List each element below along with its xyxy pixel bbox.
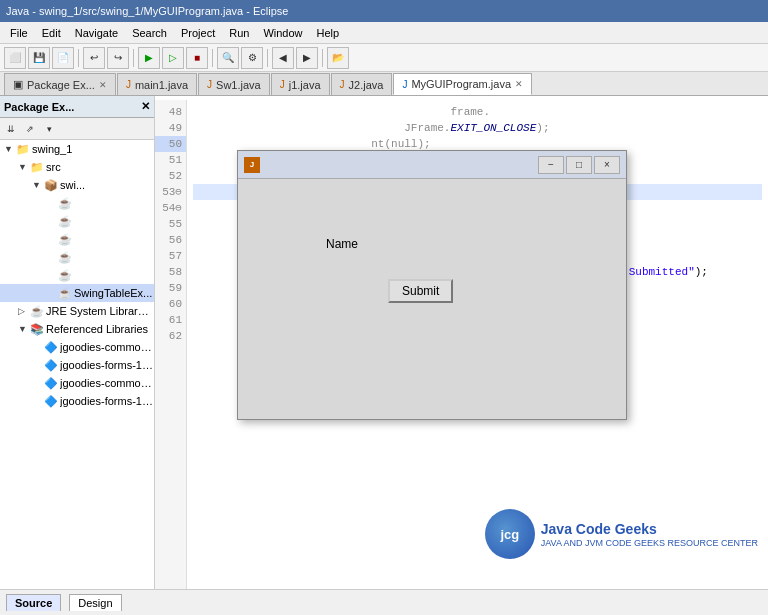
line-num-54: 54⊖ bbox=[155, 200, 186, 216]
sidebar-collapse-btn[interactable]: ⇊ bbox=[2, 120, 20, 138]
line-num-53: 53⊖ bbox=[155, 184, 186, 200]
menu-navigate[interactable]: Navigate bbox=[69, 25, 124, 41]
tree-area: ▼ 📁 swing_1 ▼ 📁 src ▼ 📦 swi... bbox=[0, 140, 154, 589]
project-icon: 📁 bbox=[16, 143, 30, 156]
tree-item-pkg[interactable]: ▼ 📦 swi... bbox=[0, 176, 154, 194]
menu-window[interactable]: Window bbox=[257, 25, 308, 41]
jar-icon: 🔷 bbox=[44, 341, 58, 354]
tree-item-swing1[interactable]: ▼ 📁 swing_1 bbox=[0, 140, 154, 158]
sidebar-link-btn[interactable]: ⇗ bbox=[21, 120, 39, 138]
menu-file[interactable]: File bbox=[4, 25, 34, 41]
tab-mygui-java[interactable]: J MyGUIProgram.java ✕ bbox=[393, 73, 532, 95]
tab-main-java[interactable]: J main1.java bbox=[117, 73, 197, 95]
editor-area: J − □ × Name Submit 48 49 bbox=[155, 96, 768, 589]
tab-sw-java[interactable]: J Sw1.java bbox=[198, 73, 270, 95]
tree-arrow: ▼ bbox=[4, 144, 14, 154]
line-num-60: 60 bbox=[155, 296, 186, 312]
tree-item-f3[interactable]: ☕ bbox=[0, 230, 154, 248]
swing-maximize-btn[interactable]: □ bbox=[566, 156, 592, 174]
tab-sw-icon: J bbox=[207, 79, 212, 90]
tab-j2-icon: J bbox=[340, 79, 345, 90]
tree-item-jar4[interactable]: 🔷 jgoodies-forms-1.8.0... bbox=[0, 392, 154, 410]
menu-search[interactable]: Search bbox=[126, 25, 173, 41]
main-layout: Package Ex... ✕ ⇊ ⇗ ▾ ▼ 📁 swing_1 ▼ 📁 sr… bbox=[0, 96, 768, 589]
lib-icon: 📚 bbox=[30, 323, 44, 336]
tab-j1-java[interactable]: J j1.java bbox=[271, 73, 330, 95]
sidebar-menu-btn[interactable]: ▾ bbox=[40, 120, 58, 138]
toolbar-ref-btn[interactable]: ⚙ bbox=[241, 47, 263, 69]
tree-item-f2[interactable]: ☕ bbox=[0, 212, 154, 230]
toolbar-debug-btn[interactable]: ▷ bbox=[162, 47, 184, 69]
tree-label: swing_1 bbox=[32, 143, 72, 155]
tree-item-f1[interactable]: ☕ bbox=[0, 194, 154, 212]
jcg-subtitle: JAVA AND JVM CODE GEEKS RESOURCE CENTER bbox=[541, 538, 758, 548]
code-line-pre1: frame. bbox=[193, 104, 762, 120]
line-num-59: 59 bbox=[155, 280, 186, 296]
toolbar-search-btn[interactable]: 🔍 bbox=[217, 47, 239, 69]
menu-edit[interactable]: Edit bbox=[36, 25, 67, 41]
toolbar-stop-btn[interactable]: ■ bbox=[186, 47, 208, 69]
tree-arrow: ▼ bbox=[18, 324, 28, 334]
tree-item-jar3[interactable]: 🔷 jgoodies-common-1... bbox=[0, 374, 154, 392]
line-num-61: 61 bbox=[155, 312, 186, 328]
tree-arrow: ▷ bbox=[18, 306, 28, 316]
toolbar-undo-btn[interactable]: ↩ bbox=[83, 47, 105, 69]
toolbar-sep4 bbox=[267, 49, 268, 67]
bottom-bar: Source Design bbox=[0, 589, 768, 615]
tab-design[interactable]: Design bbox=[69, 594, 121, 611]
jcg-circle-text: jcg bbox=[500, 527, 519, 542]
tree-item-jar1[interactable]: 🔷 jgoodies-common-1... bbox=[0, 338, 154, 356]
swing-submit-button[interactable]: Submit bbox=[388, 279, 453, 303]
tab-pkg-label: Package Ex... bbox=[27, 79, 95, 91]
menu-run[interactable]: Run bbox=[223, 25, 255, 41]
tree-item-reflibs[interactable]: ▼ 📚 Referenced Libraries bbox=[0, 320, 154, 338]
line-num-57: 57 bbox=[155, 248, 186, 264]
toolbar-open-btn[interactable]: 📂 bbox=[327, 47, 349, 69]
tab-source-label: Source bbox=[15, 597, 52, 609]
sidebar: Package Ex... ✕ ⇊ ⇗ ▾ ▼ 📁 swing_1 ▼ 📁 sr… bbox=[0, 96, 155, 589]
toolbar-save-btn[interactable]: 💾 bbox=[28, 47, 50, 69]
tab-pkg-close[interactable]: ✕ bbox=[99, 80, 107, 90]
tree-arrow: ▼ bbox=[18, 162, 28, 172]
toolbar-save-all-btn[interactable]: 📄 bbox=[52, 47, 74, 69]
tree-item-swingtable[interactable]: ☕ SwingTableEx... bbox=[0, 284, 154, 302]
tree-label-jar4: jgoodies-forms-1.8.0... bbox=[60, 395, 154, 407]
toolbar-next-btn[interactable]: ▶ bbox=[296, 47, 318, 69]
tree-item-jre[interactable]: ▷ ☕ JRE System Library [J... bbox=[0, 302, 154, 320]
menu-help[interactable]: Help bbox=[311, 25, 346, 41]
tree-label-jar1: jgoodies-common-1... bbox=[60, 341, 154, 353]
tab-j1-label: j1.java bbox=[289, 79, 321, 91]
tab-main-label: main1.java bbox=[135, 79, 188, 91]
tab-j2-java[interactable]: J J2.java bbox=[331, 73, 393, 95]
toolbar-new-btn[interactable]: ⬜ bbox=[4, 47, 26, 69]
swing-window-body: Name Submit bbox=[238, 179, 626, 419]
line-num-56: 56 bbox=[155, 232, 186, 248]
tab-package-explorer[interactable]: ▣ Package Ex... ✕ bbox=[4, 73, 116, 95]
src-icon: 📁 bbox=[30, 161, 44, 174]
swing-close-btn[interactable]: × bbox=[594, 156, 620, 174]
menu-project[interactable]: Project bbox=[175, 25, 221, 41]
tree-item-f4[interactable]: ☕ bbox=[0, 248, 154, 266]
swing-minimize-btn[interactable]: − bbox=[538, 156, 564, 174]
jar-icon: 🔷 bbox=[44, 377, 58, 390]
toolbar-redo-btn[interactable]: ↪ bbox=[107, 47, 129, 69]
tab-mygui-label: MyGUIProgram.java bbox=[411, 78, 511, 90]
tab-main-icon: J bbox=[126, 79, 131, 90]
toolbar-sep2 bbox=[133, 49, 134, 67]
java-file-icon: ☕ bbox=[58, 269, 72, 282]
line-num-58: 58 bbox=[155, 264, 186, 280]
tree-item-src[interactable]: ▼ 📁 src bbox=[0, 158, 154, 176]
java-file-icon: ☕ bbox=[58, 233, 72, 246]
toolbar-prev-btn[interactable]: ◀ bbox=[272, 47, 294, 69]
tree-item-f5[interactable]: ☕ bbox=[0, 266, 154, 284]
tree-label-jre: JRE System Library [J... bbox=[46, 305, 154, 317]
tree-item-jar2[interactable]: 🔷 jgoodies-forms-1.8.0... bbox=[0, 356, 154, 374]
toolbar-run-btn[interactable]: ▶ bbox=[138, 47, 160, 69]
line-num-48: 48 bbox=[155, 104, 186, 120]
sidebar-close-icon[interactable]: ✕ bbox=[141, 100, 150, 113]
tab-source[interactable]: Source bbox=[6, 594, 61, 611]
jar-icon: 🔷 bbox=[44, 395, 58, 408]
java-file-icon: ☕ bbox=[58, 287, 72, 300]
tab-mygui-close[interactable]: ✕ bbox=[515, 79, 523, 89]
line-num-50: 50 bbox=[155, 136, 186, 152]
